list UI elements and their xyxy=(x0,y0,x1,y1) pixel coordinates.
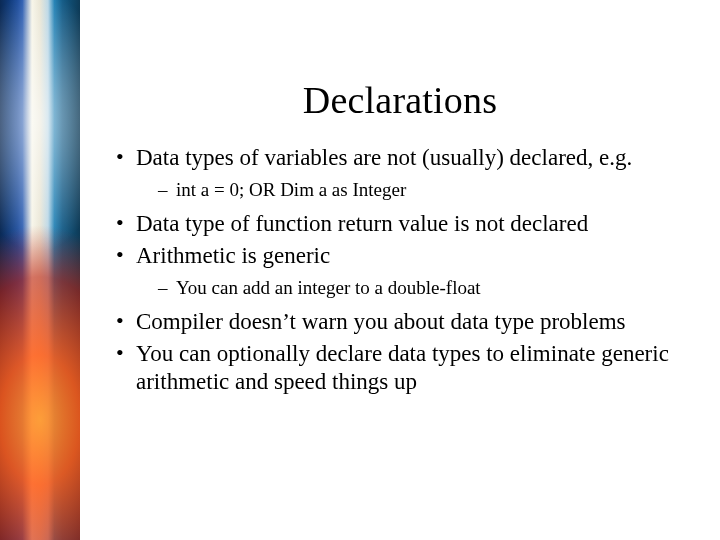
sub-bullet-text: You can add an integer to a double-float xyxy=(176,277,481,298)
slide-title: Declarations xyxy=(80,78,720,122)
sub-bullet-text: int a = 0; OR Dim a as Integer xyxy=(176,179,406,200)
bullet-item: Arithmetic is generic You can add an int… xyxy=(114,242,698,300)
bullet-text: Arithmetic is generic xyxy=(136,243,330,268)
slide-content: Declarations Data types of variables are… xyxy=(80,0,720,540)
bullet-item: You can optionally declare data types to… xyxy=(114,340,698,396)
bullet-list: Data types of variables are not (usually… xyxy=(114,144,698,396)
bullet-item: Compiler doesn’t warn you about data typ… xyxy=(114,308,698,336)
decorative-sidebar xyxy=(0,0,80,540)
bullet-text: Data types of variables are not (usually… xyxy=(136,145,632,170)
sub-bullet-list: int a = 0; OR Dim a as Integer xyxy=(158,178,698,202)
sub-bullet-item: You can add an integer to a double-float xyxy=(158,276,698,300)
sub-bullet-item: int a = 0; OR Dim a as Integer xyxy=(158,178,698,202)
bullet-text: Compiler doesn’t warn you about data typ… xyxy=(136,309,626,334)
bullet-text: Data type of function return value is no… xyxy=(136,211,588,236)
bullet-item: Data types of variables are not (usually… xyxy=(114,144,698,202)
sub-bullet-list: You can add an integer to a double-float xyxy=(158,276,698,300)
bullet-text: You can optionally declare data types to… xyxy=(136,341,669,394)
decorative-gradient xyxy=(0,0,80,540)
bullet-item: Data type of function return value is no… xyxy=(114,210,698,238)
